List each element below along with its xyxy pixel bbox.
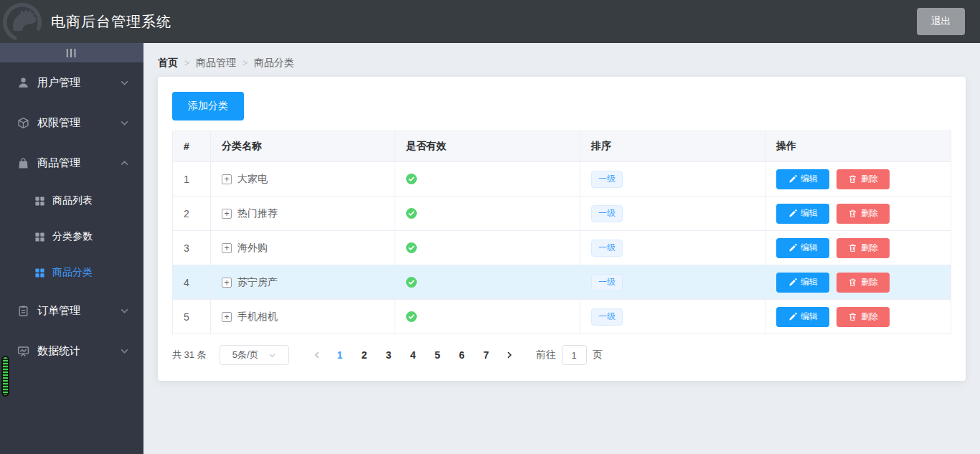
edit-button[interactable]: 编辑 — [776, 204, 829, 224]
trash-icon — [848, 243, 857, 252]
pagination-goto: 前往 页 — [536, 345, 603, 365]
delete-button[interactable]: 删除 — [837, 204, 890, 224]
delete-button[interactable]: 删除 — [837, 238, 890, 258]
table-header-row: # 分类名称 是否有效 排序 操作 — [173, 131, 951, 162]
goto-page-input[interactable] — [562, 345, 587, 365]
trash-icon — [848, 209, 857, 218]
green-level-meter — [1, 356, 9, 397]
edit-button[interactable]: 编辑 — [776, 273, 829, 293]
trash-icon — [848, 174, 857, 184]
page-number-3[interactable]: 3 — [377, 349, 400, 361]
table-row: 5 手机相机 一级 编辑 删除 — [173, 300, 951, 334]
table-row: 3 海外购 一级 编辑 删除 — [173, 231, 951, 265]
category-name: 大家电 — [237, 173, 268, 186]
sidebar-subitem-goods-categories[interactable]: 商品分类 — [0, 255, 143, 290]
trash-icon — [848, 278, 857, 287]
sidebar-subitem-label: 商品列表 — [52, 194, 93, 207]
breadcrumb: 首页 > 商品管理 > 商品分类 — [158, 57, 294, 70]
page-number-2[interactable]: 2 — [353, 349, 376, 361]
goto-unit: 页 — [593, 349, 603, 361]
pencil-icon — [788, 209, 797, 218]
add-category-button[interactable]: 添加分类 — [172, 92, 244, 120]
edit-button[interactable]: 编辑 — [776, 169, 829, 189]
page-number-1[interactable]: 1 — [329, 349, 352, 361]
trash-icon — [848, 312, 857, 321]
chevron-down-icon — [120, 306, 129, 316]
page-size-select[interactable]: 5条/页 — [220, 345, 289, 365]
page-number-7[interactable]: 7 — [475, 349, 498, 361]
pagination: 共 31 条 5条/页 1 2 3 4 5 6 7 前往 页 — [172, 345, 603, 365]
cube-icon — [17, 117, 29, 129]
expand-plus-icon[interactable] — [222, 312, 232, 322]
row-index: 2 — [173, 197, 211, 230]
level-tag: 一级 — [591, 171, 623, 188]
sidebar-item-permissions[interactable]: 权限管理 — [0, 103, 143, 143]
sidebar-item-users[interactable]: 用户管理 — [0, 62, 143, 103]
chevron-down-icon — [120, 78, 129, 88]
page-number-5[interactable]: 5 — [426, 349, 449, 361]
sidebar-item-goods[interactable]: 商品管理 — [0, 143, 143, 183]
sidebar-collapse-toggle[interactable]: ||| — [0, 43, 143, 62]
edit-button[interactable]: 编辑 — [776, 307, 829, 327]
grid-icon — [34, 268, 45, 278]
expand-plus-icon[interactable] — [222, 278, 232, 288]
table-row: 1 大家电 一级 编辑 删除 — [173, 162, 951, 197]
expand-plus-icon[interactable] — [222, 209, 232, 219]
category-name: 热门推荐 — [237, 207, 278, 220]
grid-icon — [34, 232, 45, 242]
chevron-down-icon — [268, 351, 276, 359]
pencil-icon — [788, 243, 797, 252]
pencil-icon — [788, 174, 797, 184]
sidebar-subitem-label: 商品分类 — [52, 266, 93, 279]
sidebar-subitem-category-params[interactable]: 分类参数 — [0, 219, 143, 255]
goto-label: 前往 — [536, 349, 556, 361]
pencil-icon — [788, 312, 797, 321]
logout-button[interactable]: 退出 — [917, 8, 965, 35]
sidebar-menu: 用户管理 权限管理 商品管理 商品列表 分类参数 商品分类 订单管理 — [0, 62, 143, 371]
check-circle-icon — [406, 242, 417, 253]
sidebar-item-label: 订单管理 — [37, 304, 80, 318]
chevron-down-icon — [120, 346, 129, 356]
table-row: 2 热门推荐 一级 编辑 删除 — [173, 197, 951, 231]
sidebar-item-label: 用户管理 — [37, 76, 80, 90]
breadcrumb-home-link[interactable]: 首页 — [158, 57, 178, 70]
sidebar-subitem-label: 分类参数 — [52, 230, 93, 243]
chevron-up-icon — [120, 159, 129, 168]
column-header-name: 分类名称 — [211, 131, 395, 161]
categories-table: # 分类名称 是否有效 排序 操作 1 大家电 一级 编辑 删除 2 热门 — [172, 131, 951, 334]
level-tag: 一级 — [591, 205, 623, 222]
row-index: 1 — [173, 162, 211, 196]
prev-page-button[interactable] — [306, 345, 328, 365]
page-number-6[interactable]: 6 — [451, 349, 473, 361]
level-tag: 一级 — [591, 308, 623, 326]
user-icon — [17, 77, 29, 89]
chevron-down-icon — [120, 118, 129, 128]
delete-button[interactable]: 删除 — [837, 169, 890, 189]
shopping-bag-icon — [17, 157, 29, 169]
clipboard-icon — [17, 305, 29, 317]
row-index: 3 — [173, 231, 211, 265]
check-circle-icon — [406, 208, 417, 219]
main-content: 首页 > 商品管理 > 商品分类 添加分类 # 分类名称 是否有效 排序 操作 … — [143, 43, 980, 454]
next-page-button[interactable] — [499, 345, 520, 365]
column-header-valid: 是否有效 — [395, 131, 580, 161]
sidebar-item-label: 权限管理 — [37, 116, 80, 130]
column-header-sort: 排序 — [580, 131, 765, 161]
chevron-right-icon — [505, 351, 514, 359]
pagination-total: 共 31 条 — [172, 349, 207, 361]
row-index: 5 — [173, 300, 211, 334]
sidebar-subitem-goods-list[interactable]: 商品列表 — [0, 183, 143, 219]
column-header-actions: 操作 — [765, 131, 951, 161]
edit-button[interactable]: 编辑 — [776, 238, 829, 258]
breadcrumb-item: 商品管理 — [196, 57, 236, 70]
expand-plus-icon[interactable] — [222, 174, 232, 184]
category-name: 手机相机 — [237, 311, 278, 323]
delete-button[interactable]: 删除 — [837, 273, 890, 293]
page-number-4[interactable]: 4 — [402, 349, 425, 361]
table-row-highlighted: 4 苏宁房产 一级 编辑 删除 — [173, 265, 951, 300]
sidebar-item-statistics[interactable]: 数据统计 — [0, 331, 143, 371]
delete-button[interactable]: 删除 — [837, 307, 890, 327]
expand-plus-icon[interactable] — [222, 243, 232, 253]
sidebar-item-orders[interactable]: 订单管理 — [0, 290, 143, 331]
check-circle-icon — [406, 277, 417, 288]
